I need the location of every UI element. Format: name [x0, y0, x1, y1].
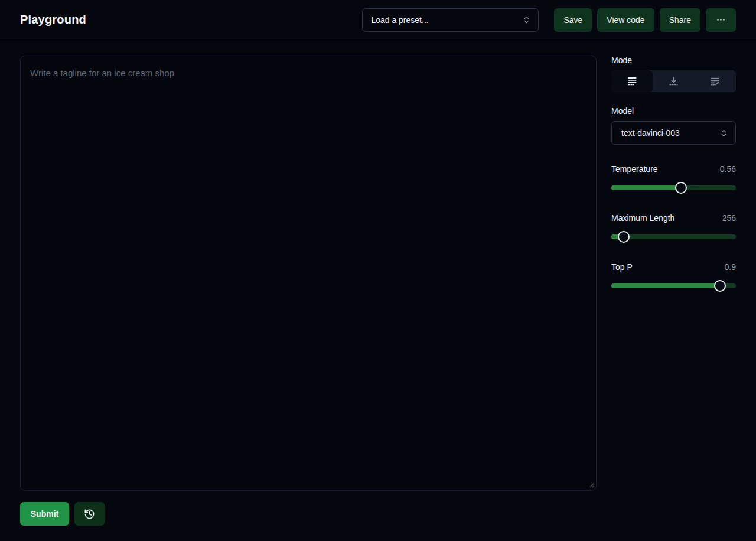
slider-thumb[interactable]: [714, 280, 726, 292]
mode-label: Mode: [611, 56, 736, 65]
footer-actions: Submit: [20, 502, 597, 526]
main-content: Submit Mode: [0, 40, 756, 541]
temperature-slider[interactable]: [611, 182, 736, 194]
share-button[interactable]: Share: [660, 8, 700, 32]
history-icon: [84, 509, 95, 520]
slider-fill: [611, 283, 720, 288]
maximum-length-value: 256: [722, 213, 736, 223]
maximum-length-label: Maximum Length: [611, 213, 674, 223]
settings-sidebar: Mode Model text-davinci-003: [611, 56, 736, 526]
editor-column: Submit: [20, 56, 597, 526]
slider-thumb[interactable]: [675, 182, 687, 194]
more-options-button[interactable]: [706, 8, 736, 32]
model-label: Model: [611, 106, 736, 116]
maximum-length-group: Maximum Length 256: [611, 213, 736, 243]
save-button[interactable]: Save: [554, 8, 592, 32]
page-title: Playground: [20, 13, 86, 27]
header: Playground Load a preset... Save View co…: [0, 0, 756, 40]
header-actions: Load a preset... Save View code Share: [362, 8, 736, 32]
slider-track: [611, 234, 736, 239]
mode-tab-complete[interactable]: [611, 70, 653, 92]
chevrons-up-down-icon: [719, 129, 728, 138]
submit-button[interactable]: Submit: [20, 502, 69, 526]
preset-select-value: Load a preset...: [371, 15, 428, 25]
edit-mode-icon: [709, 76, 721, 87]
top-p-slider[interactable]: [611, 280, 736, 292]
temperature-value: 0.56: [720, 164, 736, 174]
maximum-length-slider[interactable]: [611, 231, 736, 243]
model-select-value: text-davinci-003: [621, 128, 680, 138]
model-group: Model text-davinci-003: [611, 106, 736, 145]
history-button[interactable]: [74, 502, 105, 526]
slider-fill: [611, 185, 681, 190]
top-p-group: Top P 0.9: [611, 262, 736, 292]
top-p-value: 0.9: [725, 262, 736, 272]
mode-tab-insert[interactable]: [653, 70, 694, 92]
slider-thumb[interactable]: [618, 231, 630, 243]
temperature-group: Temperature 0.56: [611, 164, 736, 194]
temperature-label: Temperature: [611, 164, 658, 174]
top-p-label: Top P: [611, 262, 633, 272]
insert-mode-icon: [668, 76, 679, 87]
prompt-textarea[interactable]: [20, 56, 597, 491]
mode-tablist: [611, 70, 736, 92]
preset-select[interactable]: Load a preset...: [362, 8, 539, 32]
model-select[interactable]: text-davinci-003: [611, 121, 736, 145]
view-code-button[interactable]: View code: [597, 8, 654, 32]
chevrons-up-down-icon: [522, 15, 531, 24]
ellipsis-icon: [716, 15, 726, 25]
mode-tab-edit[interactable]: [695, 70, 736, 92]
complete-mode-icon: [627, 76, 638, 87]
prompt-wrapper: [20, 56, 597, 491]
